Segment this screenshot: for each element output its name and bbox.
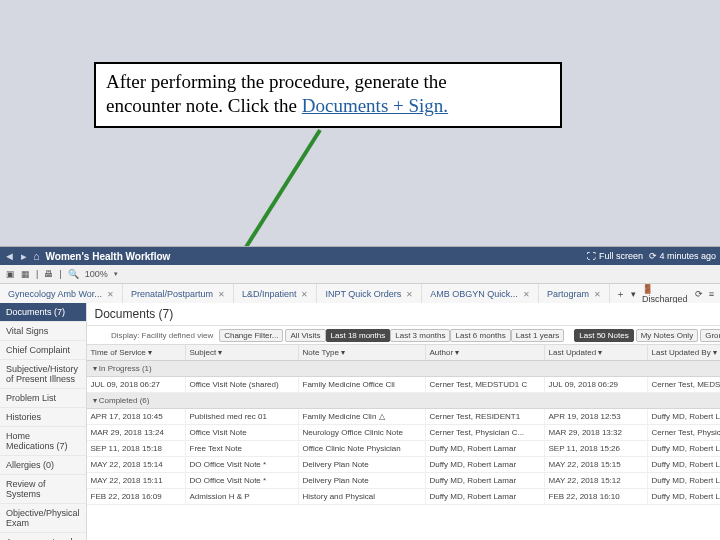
table-cell: SEP 11, 2018 15:18 (87, 441, 186, 456)
tab-2[interactable]: L&D/Inpatient✕ (234, 284, 318, 304)
tab-4[interactable]: AMB OBGYN Quick...✕ (422, 284, 539, 304)
column-header[interactable]: Author ▾ (426, 345, 545, 360)
range-filter-button[interactable]: Last 1 years (511, 329, 565, 342)
refresh-timestamp: ⟳ 4 minutes ago (649, 251, 716, 261)
tab-0[interactable]: Gynecology Amb Wor...✕ (0, 284, 123, 304)
tabs-settings-icon[interactable]: ≡ (709, 289, 714, 299)
change-filter-button[interactable]: Change Filter... (219, 329, 283, 342)
toolbar-zoom-icon[interactable]: 🔍 (68, 269, 79, 279)
column-header[interactable]: Last Updated By ▾ (648, 345, 720, 360)
table-row[interactable]: APR 17, 2018 10:45Published med rec 01Fa… (87, 409, 720, 425)
tab-label: L&D/Inpatient (242, 289, 297, 299)
sidebar-item-4[interactable]: Problem List (0, 389, 86, 408)
window-titlebar: ◄ ▸ ⌂ Women's Health Workflow ⛶ Full scr… (0, 247, 720, 265)
table-cell: Published med rec 01 (186, 409, 299, 424)
table-cell: Cerner Test, MEDSTUD1 C (648, 377, 720, 392)
table-cell: FEB 22, 2018 16:09 (87, 489, 186, 504)
table-row[interactable]: MAY 22, 2018 15:14DO Office Visit Note *… (87, 457, 720, 473)
window-title: Women's Health Workflow (46, 251, 171, 262)
close-icon[interactable]: ✕ (107, 290, 114, 299)
table-cell: Office Clinic Note Physician (299, 441, 426, 456)
tab-1[interactable]: Prenatal/Postpartum✕ (123, 284, 234, 304)
close-icon[interactable]: ✕ (594, 290, 601, 299)
zoom-level[interactable]: 100% (85, 269, 108, 279)
close-icon[interactable]: ✕ (406, 290, 413, 299)
range-filter-button[interactable]: Last 18 months (326, 329, 391, 342)
column-header[interactable]: Subject ▾ (186, 345, 299, 360)
tab-label: Gynecology Amb Wor... (8, 289, 102, 299)
table-cell: Duffy MD, Robert Lamar (648, 441, 720, 456)
tab-add-button[interactable]: ＋ (616, 288, 625, 301)
tab-label: Partogram (547, 289, 589, 299)
table-cell: Family Medicine Office Cli (299, 377, 426, 392)
nav-fwd-icon[interactable]: ▸ (21, 250, 27, 263)
table-cell: MAY 22, 2018 15:15 (545, 457, 648, 472)
table-cell: APR 19, 2018 12:53 (545, 409, 648, 424)
table-cell: JUL 09, 2018 06:27 (87, 377, 186, 392)
close-icon[interactable]: ✕ (218, 290, 225, 299)
sidebar-item-9[interactable]: Objective/Physical Exam (0, 504, 86, 533)
table-cell: Duffy MD, Robert Lamar (648, 489, 720, 504)
toolbar-divider: | (36, 269, 38, 279)
table-row[interactable]: SEP 11, 2018 15:18Free Text NoteOffice C… (87, 441, 720, 457)
close-icon[interactable]: ✕ (301, 290, 308, 299)
discharge-button[interactable]: 🚪 Discharged (642, 284, 689, 304)
table-row[interactable]: MAR 29, 2018 13:24Office Visit NoteNeuro… (87, 425, 720, 441)
sidebar-item-7[interactable]: Allergies (0) (0, 456, 86, 475)
table-cell: Cerner Test, RESIDENT1 (426, 409, 545, 424)
last-50-notes-button[interactable]: Last 50 Notes (574, 329, 633, 342)
toolbar: ▣ ▦ | 🖶 | 🔍 100% ▾ (0, 265, 720, 284)
toolbar-dropdown-icon[interactable]: ▾ (114, 270, 118, 278)
column-header[interactable]: Time of Service ▾ (87, 345, 186, 360)
nav-home-icon[interactable]: ⌂ (33, 250, 40, 262)
tab-3[interactable]: INPT Quick Orders✕ (317, 284, 422, 304)
toolbar-print-icon[interactable]: 🖶 (44, 269, 53, 279)
table-group-header[interactable]: ▾ In Progress (1) (87, 361, 720, 377)
sidebar-item-0[interactable]: Documents (7) (0, 303, 86, 322)
sidebar-item-8[interactable]: Review of Systems (0, 475, 86, 504)
table-cell: JUL 09, 2018 06:29 (545, 377, 648, 392)
nav-back-icon[interactable]: ◄ (4, 250, 15, 262)
my-notes-only-button[interactable]: My Notes Only (636, 329, 698, 342)
table-row[interactable]: MAY 22, 2018 15:11DO Office Visit Note *… (87, 473, 720, 489)
toolbar-tools-icon[interactable]: ▦ (21, 269, 30, 279)
column-header[interactable]: Last Updated ▾ (545, 345, 648, 360)
filter-display-label: Display: Facility defined view (111, 331, 213, 340)
table-cell: Duffy MD, Robert Lamar (648, 409, 720, 424)
instruction-text-2a: encounter note. Click the (106, 95, 302, 116)
table-group-header[interactable]: ▾ Completed (6) (87, 393, 720, 409)
table-row[interactable]: FEB 22, 2018 16:09Admission H & PHistory… (87, 489, 720, 505)
table-cell: SEP 11, 2018 15:26 (545, 441, 648, 456)
tab-5[interactable]: Partogram✕ (539, 284, 610, 304)
documents-table: Time of Service ▾Subject ▾Note Type ▾Aut… (87, 345, 720, 540)
table-cell: Office Visit Note (shared) (186, 377, 299, 392)
table-cell: Cerner Test, Physician C... (648, 425, 720, 440)
range-filter-button[interactable]: Last 6 months (450, 329, 510, 342)
table-row[interactable]: JUL 09, 2018 06:27Office Visit Note (sha… (87, 377, 720, 393)
sidebar-item-1[interactable]: Vital Signs (0, 322, 86, 341)
table-cell: Delivery Plan Note (299, 473, 426, 488)
sidebar-item-5[interactable]: Histories (0, 408, 86, 427)
tab-label: INPT Quick Orders (325, 289, 401, 299)
sidebar-item-6[interactable]: Home Medications (7) (0, 427, 86, 456)
sidebar-item-3[interactable]: Subjective/History of Present Illness (0, 360, 86, 389)
group-by-encounter-button[interactable]: Group by Encounter (700, 329, 720, 342)
column-header[interactable]: Note Type ▾ (299, 345, 426, 360)
documents-header: Documents (7) (87, 303, 720, 326)
tab-menu-icon[interactable]: ▾ (631, 289, 636, 299)
sidebar-item-2[interactable]: Chief Complaint (0, 341, 86, 360)
table-cell: Delivery Plan Note (299, 457, 426, 472)
toolbar-maximize-icon[interactable]: ▣ (6, 269, 15, 279)
sidebar-item-10[interactable]: Assessment and Plan (0, 533, 86, 540)
fullscreen-button[interactable]: ⛶ Full screen (587, 251, 643, 261)
table-cell: MAR 29, 2018 13:24 (87, 425, 186, 440)
table-cell: Cerner Test, Physician C... (426, 425, 545, 440)
tabs-refresh-icon[interactable]: ⟳ (695, 289, 703, 299)
close-icon[interactable]: ✕ (523, 290, 530, 299)
table-cell: Duffy MD, Robert Lamar (426, 441, 545, 456)
app-window: ◄ ▸ ⌂ Women's Health Workflow ⛶ Full scr… (0, 246, 720, 540)
table-cell: APR 17, 2018 10:45 (87, 409, 186, 424)
range-filter-button[interactable]: Last 3 months (390, 329, 450, 342)
range-filter-button[interactable]: All Visits (285, 329, 325, 342)
table-cell: Duffy MD, Robert Lamar (426, 473, 545, 488)
